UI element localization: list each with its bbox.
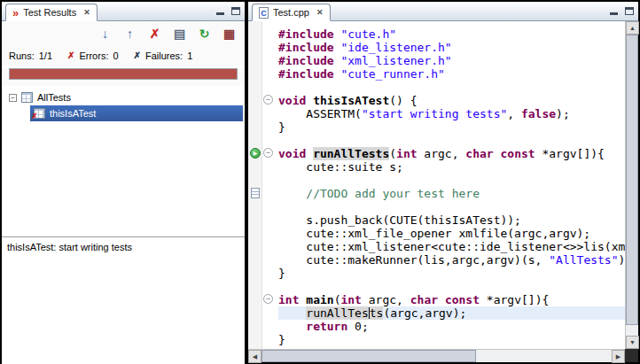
errors-icon: ✗	[67, 51, 74, 60]
minimize-icon[interactable]	[216, 7, 224, 15]
editor-window-buttons	[610, 7, 634, 15]
failure-message: thisIsATest: start writing tests	[2, 237, 245, 257]
previous-failure-button[interactable]: ↑	[121, 26, 138, 43]
code-line[interactable]: //TODO add your test here	[278, 187, 625, 200]
editor-header: C Test.cpp ✕	[248, 2, 638, 21]
scroll-left-icon[interactable]: ◀	[248, 350, 261, 363]
minimize-icon[interactable]	[610, 7, 618, 15]
relaunch-button[interactable]: ↻	[196, 26, 213, 43]
tree-item-alltests[interactable]: − AllTests	[2, 89, 245, 105]
code-line[interactable]	[278, 280, 625, 293]
terminate-button[interactable]: ✗	[146, 26, 163, 43]
tab-label: Test.cpp	[273, 7, 309, 18]
code-line[interactable]: runAllTests(argc,argv);	[278, 306, 625, 320]
test-tree[interactable]: − AllTests ✗ thisIsATest	[2, 86, 245, 236]
resize-corner	[625, 349, 638, 362]
code-line[interactable]: cute::xml_listener<cute::ide_listener<>>…	[278, 240, 625, 253]
code-area[interactable]: #include "cute.h"#include "ide_listener.…	[275, 21, 625, 349]
editor-body: ▶ −−− #include "cute.h"#include "ide_lis…	[248, 21, 638, 349]
code-line[interactable]	[278, 174, 625, 187]
task-marker-icon[interactable]	[251, 188, 260, 198]
tab-test-cpp[interactable]: C Test.cpp ✕	[252, 4, 331, 21]
code-line[interactable]	[278, 81, 625, 94]
code-line[interactable]: int main(int argc, char const *argv[]){	[278, 293, 625, 306]
tree-item-thisisatest[interactable]: ✗ thisIsATest	[30, 105, 243, 121]
progress-row	[2, 68, 245, 86]
code-line[interactable]: cute::xml_file_opener xmlfile(argc,argv)…	[278, 227, 625, 240]
editor-area: C Test.cpp ✕ ▶ −−− #include "cute.h"#inc…	[248, 2, 638, 362]
failures-label: Failures:	[145, 50, 183, 61]
fold-collapse-icon[interactable]: −	[263, 148, 273, 158]
collapse-expander-icon[interactable]: −	[9, 94, 17, 102]
horizontal-scrollbar[interactable]: ◀ ▶	[248, 349, 625, 362]
fold-collapse-icon[interactable]: −	[263, 294, 273, 304]
failures-value: 1	[187, 50, 192, 61]
code-line[interactable]: void runAllTests(int argc, char const *a…	[278, 147, 625, 160]
tree-item-label: AllTests	[37, 92, 71, 103]
maximize-icon[interactable]	[625, 7, 634, 15]
code-line[interactable]: return 0;	[278, 320, 625, 333]
fold-collapse-icon[interactable]: −	[263, 95, 273, 105]
progress-bar	[9, 68, 238, 80]
code-line[interactable]: cute::makeRunner(lis,argc,argv)(s, "AllT…	[278, 253, 625, 267]
code-line[interactable]: }	[278, 120, 625, 134]
tab-label: Test Results	[23, 7, 76, 18]
code-line[interactable]: #include "cute.h"	[278, 27, 625, 41]
test-results-toolbar: ↓ ↑ ✗ ▤ ↻ ▦	[2, 21, 245, 46]
code-line[interactable]	[278, 134, 625, 147]
runs-value: 1/1	[39, 50, 52, 61]
code-line[interactable]: void thisIsATest() {	[278, 94, 625, 107]
cute-view-icon: »	[12, 7, 19, 19]
test-results-view: » Test Results ✕ ↓ ↑ ✗ ▤ ↻ ▦ Runs: 1/1 ✗…	[2, 2, 245, 362]
test-suite-icon	[21, 92, 33, 103]
close-icon[interactable]: ✕	[316, 8, 324, 17]
annotation-ruler[interactable]: ▶	[248, 21, 262, 349]
progress-fill	[10, 69, 237, 79]
tab-test-results[interactable]: » Test Results ✕	[5, 4, 98, 21]
code-line[interactable]: #include "cute_runner.h"	[278, 67, 625, 81]
failure-message-area[interactable]: thisIsATest: start writing tests	[2, 237, 245, 364]
code-line[interactable]: }	[278, 333, 625, 346]
cpp-file-icon: C	[259, 7, 269, 19]
scroll-right-icon[interactable]: ▶	[612, 350, 625, 363]
errors-value: 0	[113, 50, 118, 61]
workbench: » Test Results ✕ ↓ ↑ ✗ ▤ ↻ ▦ Runs: 1/1 ✗…	[0, 0, 640, 364]
errors-label: Errors:	[79, 50, 108, 61]
code-line[interactable]: cute::suite s;	[278, 160, 625, 174]
close-icon[interactable]: ✕	[83, 8, 90, 17]
tree-item-label: thisIsATest	[50, 108, 96, 119]
failures-icon: ✗	[134, 51, 141, 60]
code-line[interactable]: }	[278, 267, 625, 280]
maximize-icon[interactable]	[231, 7, 240, 15]
test-run-history-button[interactable]: ▦	[221, 26, 238, 43]
code-line[interactable]: #include "xml_listener.h"	[278, 54, 625, 67]
horizontal-scrollbar-thumb[interactable]	[261, 350, 476, 362]
scroll-down-icon[interactable]: ▼	[626, 336, 639, 349]
code-line[interactable]: ASSERTM("start writing tests", false);	[278, 107, 625, 120]
next-failure-button[interactable]: ↓	[97, 26, 113, 43]
runs-label: Runs:	[9, 50, 35, 61]
failed-test-icon: ✗	[34, 108, 45, 119]
vertical-scrollbar[interactable]: ▲ ▼	[625, 21, 638, 349]
vertical-scrollbar-thumb[interactable]	[626, 35, 638, 325]
code-line[interactable]: #include "ide_listener.h"	[278, 41, 625, 54]
code-line[interactable]	[278, 200, 625, 213]
test-results-header: » Test Results ✕	[2, 2, 245, 21]
run-summary-bar: Runs: 1/1 ✗ Errors: 0 ✗ Failures: 1	[2, 46, 245, 66]
scroll-up-icon[interactable]: ▲	[626, 21, 639, 35]
view-window-buttons	[216, 7, 240, 15]
failure-badge-icon: ✗	[31, 112, 38, 120]
code-line[interactable]: s.push_back(CUTE(thisIsATest));	[278, 213, 625, 227]
fold-ruler[interactable]: −−−	[262, 21, 275, 349]
show-failures-only-button[interactable]: ▤	[171, 26, 188, 43]
run-marker-icon[interactable]: ▶	[250, 148, 261, 159]
